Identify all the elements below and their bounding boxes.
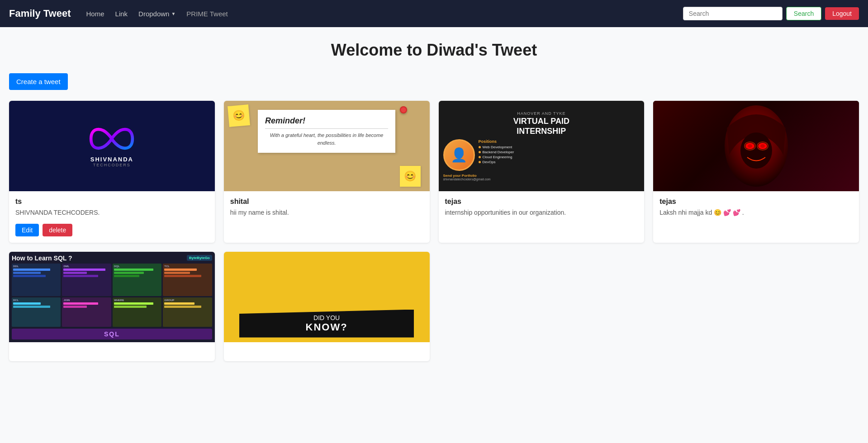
- dot-icon: [479, 161, 481, 163]
- navbar: Family Tweet Home Link Dropdown ▼ PRIME …: [0, 0, 868, 27]
- tweet-text-1: SHIVNANDA TECHCODERS.: [15, 208, 209, 217]
- positions-label: Positions: [479, 139, 640, 144]
- sql-cell-8: GROUP: [163, 297, 212, 327]
- internship-content: 👤 Positions Web Development Backend Deve…: [443, 139, 640, 171]
- portfolio-email: shivnandatechcoders@gmail.com: [443, 178, 640, 181]
- know-text: KNOW?: [250, 321, 403, 333]
- sticky-note-smiley-top: 😊: [228, 104, 250, 127]
- tweet-image-1: SHIVNANDA TECHCODERS: [9, 101, 215, 191]
- svg-point-5: [760, 144, 765, 148]
- search-container: Search Logout: [683, 7, 859, 20]
- tweet-card-6: DID YOU KNOW?: [224, 252, 430, 361]
- tweet-image-4: [653, 101, 859, 191]
- tweet-card-2-body: shital hii my name is shital.: [224, 191, 430, 230]
- tweet-card-4: tejas Laksh nhi majja kd 😊 💕 💕 .: [653, 101, 859, 243]
- internship-positions: Positions Web Development Backend Develo…: [479, 139, 640, 165]
- position-3: Cloud Engineering: [479, 155, 640, 159]
- dot-icon: [479, 151, 481, 153]
- reminder-title: Reminder!: [265, 116, 388, 126]
- tweet-card-6-body: [224, 342, 430, 361]
- portfolio-label: Send your Portfolio: [443, 174, 640, 178]
- tweet-image-3: HANOVER AND TYKE VIRTUAL PAID INTERNSHIP…: [439, 101, 645, 191]
- tweet-image-2: 😊 Reminder! With a grateful heart, the p…: [224, 101, 430, 191]
- sticky-note-smiley-bottom: 😊: [400, 166, 421, 187]
- tweet-actions-1: Edit delete: [15, 224, 209, 236]
- tweet-card-3-body: tejas internship opportunities in our or…: [439, 191, 645, 230]
- tweet-author-1: ts: [15, 198, 209, 206]
- search-input[interactable]: [683, 7, 783, 20]
- tweet-author-2: shital: [230, 198, 423, 206]
- tweet-card-5-body: [9, 342, 215, 361]
- infinity-logo-icon: [89, 125, 134, 152]
- did-you-text: DID YOU: [250, 314, 403, 321]
- tweet-image-6: DID YOU KNOW?: [224, 252, 430, 342]
- dropdown-arrow-icon: ▼: [171, 11, 175, 16]
- did-you-know-box: DID YOU KNOW?: [239, 310, 414, 338]
- sql-label: SQL: [104, 330, 120, 338]
- svg-point-1: [740, 132, 772, 169]
- sql-cell-7: WHERE: [113, 297, 161, 327]
- brand-title: Family Tweet: [9, 8, 71, 19]
- edit-button-1[interactable]: Edit: [15, 224, 39, 236]
- sql-footer: SQL: [12, 329, 212, 339]
- pushpin-icon: [400, 106, 407, 113]
- sql-cell-4: TCL: [163, 264, 212, 296]
- nav-home[interactable]: Home: [86, 10, 104, 18]
- tweet-card-2: 😊 Reminder! With a grateful heart, the p…: [224, 101, 430, 243]
- tweet-text-4: Laksh nhi majja kd 😊 💕 💕 .: [659, 208, 853, 217]
- search-button[interactable]: Search: [786, 7, 821, 20]
- dot-icon: [479, 156, 481, 158]
- create-tweet-button[interactable]: Create a tweet: [9, 73, 68, 90]
- card1-brand-sub: TECHCODERS: [93, 163, 131, 167]
- logout-button[interactable]: Logout: [825, 7, 859, 20]
- tweet-author-3: tejas: [445, 198, 638, 206]
- sql-title: How to Learn SQL ?: [12, 254, 72, 262]
- card1-brand-name: SHIVNANDA: [90, 156, 133, 163]
- position-4: DevOps: [479, 160, 640, 164]
- sql-cell-2: DML: [62, 264, 111, 296]
- nav-link[interactable]: Link: [115, 10, 128, 18]
- position-1: Web Development: [479, 145, 640, 149]
- delete-button-1[interactable]: delete: [43, 224, 72, 236]
- internship-photo: 👤: [443, 139, 475, 171]
- page-title: Welcome to Diwad's Tweet: [9, 41, 859, 60]
- tweet-card-1: SHIVNANDA TECHCODERS ts SHIVNANDA TECHCO…: [9, 101, 215, 243]
- nav-prime[interactable]: PRIME Tweet: [186, 10, 228, 18]
- tweet-card-1-body: ts SHIVNANDA TECHCODERS. Edit delete: [9, 191, 215, 243]
- sql-logo: ByteByteGo: [187, 255, 212, 261]
- dot-icon: [479, 146, 481, 148]
- sql-cell-6: JOIN: [62, 297, 111, 327]
- main-content: Welcome to Diwad's Tweet Create a tweet: [0, 27, 868, 375]
- reminder-note: Reminder! With a grateful heart, the pos…: [258, 110, 395, 153]
- tweet-author-4: tejas: [659, 198, 853, 206]
- svg-point-4: [748, 144, 752, 148]
- internship-title: VIRTUAL PAID INTERNSHIP: [443, 117, 640, 136]
- creature-bg: [653, 101, 859, 191]
- tweet-image-5: How to Learn SQL ? ByteByteGo DDL DML: [9, 252, 215, 342]
- tweet-text-2: hii my name is shital.: [230, 208, 423, 217]
- sql-cell-3: DQL: [113, 264, 161, 296]
- sql-cell-5: DCL: [12, 297, 61, 327]
- sql-cell-1: DDL: [12, 264, 61, 296]
- tweet-text-3: internship opportunities in our organiza…: [445, 208, 638, 217]
- reminder-text: With a grateful heart, the possibilities…: [265, 132, 388, 146]
- internship-footer: Send your Portfolio shivnandatechcoders@…: [443, 174, 640, 181]
- creature-svg: [720, 101, 792, 191]
- sql-title-row: How to Learn SQL ? ByteByteGo: [12, 254, 212, 262]
- tweet-grid: SHIVNANDA TECHCODERS ts SHIVNANDA TECHCO…: [9, 101, 859, 361]
- internship-header: HANOVER AND TYKE: [443, 111, 640, 116]
- position-2: Backend Developer: [479, 150, 640, 154]
- nav-dropdown[interactable]: Dropdown ▼: [138, 10, 175, 18]
- tweet-card-3: HANOVER AND TYKE VIRTUAL PAID INTERNSHIP…: [439, 101, 645, 243]
- tweet-card-4-body: tejas Laksh nhi majja kd 😊 💕 💕 .: [653, 191, 859, 230]
- tweet-card-5: How to Learn SQL ? ByteByteGo DDL DML: [9, 252, 215, 361]
- sql-topic-grid: DDL DML DQL: [12, 264, 212, 327]
